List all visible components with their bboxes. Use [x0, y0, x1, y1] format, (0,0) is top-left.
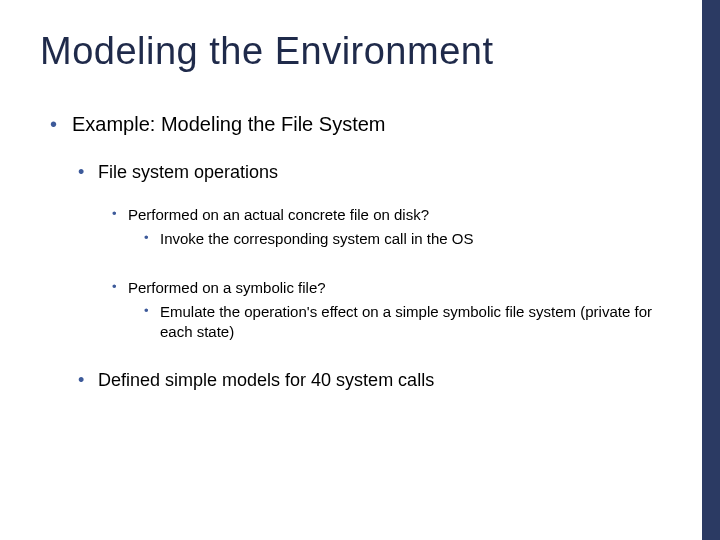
bullet-text: Emulate the operation's effect on a simp…	[160, 303, 652, 340]
accent-side-bar	[702, 0, 720, 540]
bullet-list-l4: Invoke the corresponding system call in …	[144, 229, 670, 249]
bullet-text: Performed on a symbolic file?	[128, 279, 326, 296]
bullet-text: File system operations	[98, 162, 278, 182]
bullet-list-l3: Performed on an actual concrete file on …	[112, 205, 670, 342]
bullet-text: Example: Modeling the File System	[72, 113, 385, 135]
list-item: Performed on an actual concrete file on …	[112, 205, 670, 250]
list-item: Defined simple models for 40 system call…	[78, 370, 670, 391]
list-item: Performed on a symbolic file? Emulate th…	[112, 278, 670, 343]
bullet-list-l2: File system operations Performed on an a…	[78, 162, 670, 391]
list-item: Emulate the operation's effect on a simp…	[144, 302, 670, 343]
list-item: Invoke the corresponding system call in …	[144, 229, 670, 249]
list-item: Example: Modeling the File System File s…	[50, 113, 670, 391]
bullet-text: Invoke the corresponding system call in …	[160, 230, 474, 247]
bullet-text: Performed on an actual concrete file on …	[128, 206, 429, 223]
bullet-list-l1: Example: Modeling the File System File s…	[50, 113, 670, 391]
slide-title: Modeling the Environment	[40, 30, 670, 73]
bullet-list-l4: Emulate the operation's effect on a simp…	[144, 302, 670, 343]
list-item: File system operations Performed on an a…	[78, 162, 670, 342]
slide: Modeling the Environment Example: Modeli…	[0, 0, 720, 540]
bullet-text: Defined simple models for 40 system call…	[98, 370, 434, 390]
